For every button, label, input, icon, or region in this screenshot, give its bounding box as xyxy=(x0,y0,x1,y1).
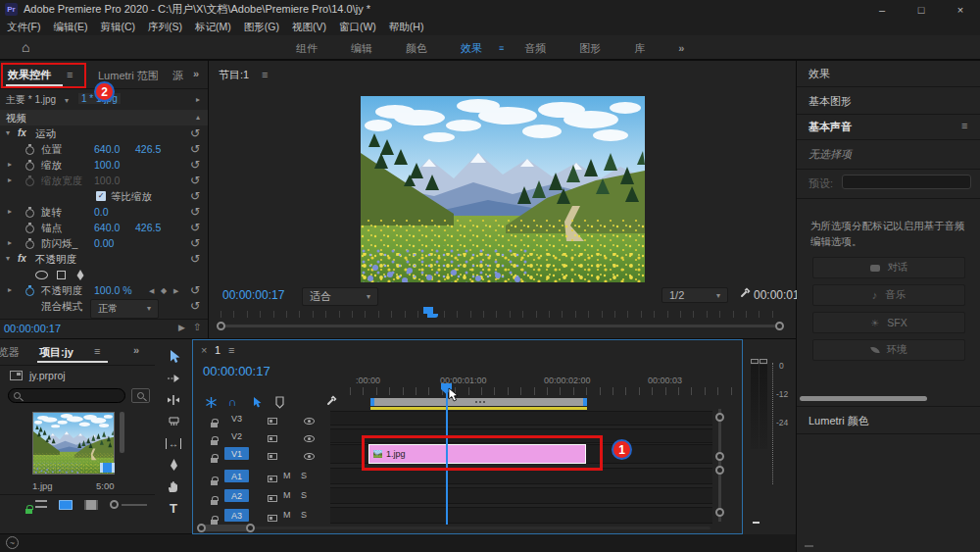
stopwatch-icon[interactable] xyxy=(25,209,34,218)
rotation-value[interactable]: 0.0 xyxy=(94,204,109,220)
track-label[interactable]: V3 xyxy=(224,412,249,425)
settings-wrench-icon[interactable] xyxy=(738,287,751,300)
panel-scrollbar[interactable] xyxy=(120,412,124,453)
row-fx-motion[interactable]: ▾ fx 运动 ↺ xyxy=(0,125,208,141)
track-label[interactable]: A1 xyxy=(224,470,249,482)
workspace-tab-effects[interactable]: 效果 xyxy=(444,41,499,56)
nest-snap-icon[interactable] xyxy=(205,396,218,409)
horizontal-scrollbar-thumb[interactable] xyxy=(201,525,250,531)
add-keyframe-icon[interactable]: ◆ xyxy=(161,283,167,299)
tab-essential-sound[interactable]: 基本声音 xyxy=(808,120,852,134)
reset-icon[interactable]: ↺ xyxy=(190,220,200,235)
row-rotation[interactable]: ▸ 旋转 0.0 ↺ xyxy=(0,204,208,220)
work-area-bar[interactable] xyxy=(370,398,587,406)
program-timecode[interactable]: 00:00:00:17 xyxy=(222,288,284,302)
panel-menu-icon[interactable]: ≡ xyxy=(94,345,100,357)
workspace-overflow-icon[interactable]: » xyxy=(662,42,701,54)
zoom-slider-knob[interactable] xyxy=(110,500,119,509)
track-select-forward-tool[interactable] xyxy=(166,371,181,386)
workspace-tab-editing[interactable]: 编辑 xyxy=(334,41,389,56)
workspace-tab-assembly[interactable]: 组件 xyxy=(279,41,334,56)
panel-menu-icon[interactable]: ≡ xyxy=(228,344,234,356)
razor-tool[interactable] xyxy=(166,414,181,429)
workspace-tab-menu-icon[interactable]: ≡ xyxy=(499,43,508,53)
track-visibility-icon[interactable] xyxy=(304,418,315,425)
twirl-closed-icon[interactable]: ▸ xyxy=(8,282,12,298)
position-x-value[interactable]: 640.0 xyxy=(94,141,120,157)
row-blend-mode[interactable]: 混合模式 正常 ▾ ↺ xyxy=(0,298,208,314)
workspace-tab-libraries[interactable]: 库 xyxy=(617,41,662,56)
timeline-ruler[interactable] xyxy=(350,387,738,395)
list-view-icon[interactable] xyxy=(35,500,47,510)
preset-input[interactable] xyxy=(842,175,971,189)
next-keyframe-icon[interactable]: ▶ xyxy=(173,283,178,299)
stopwatch-icon-active[interactable] xyxy=(25,287,34,296)
track-lane[interactable] xyxy=(330,411,712,426)
mute-button[interactable]: M xyxy=(283,487,291,503)
search-input[interactable] xyxy=(8,388,125,403)
menu-file[interactable]: 文件(F) xyxy=(7,21,40,34)
track-height-handle[interactable] xyxy=(715,413,724,422)
item-name[interactable]: 1.jpg xyxy=(32,480,53,491)
source-patch-icon[interactable] xyxy=(268,495,277,502)
reset-icon[interactable]: ↺ xyxy=(190,251,200,267)
track-label[interactable]: V2 xyxy=(224,429,249,442)
reset-icon[interactable]: ↺ xyxy=(190,188,200,204)
twirl-open-icon[interactable]: ▾ xyxy=(6,125,10,141)
blend-mode-dropdown[interactable]: 正常 ▾ xyxy=(90,299,159,319)
position-y-value[interactable]: 426.5 xyxy=(135,141,161,157)
tab-source[interactable]: 源 xyxy=(172,69,183,83)
source-patch-icon[interactable] xyxy=(268,453,277,460)
reset-icon[interactable]: ↺ xyxy=(190,125,200,141)
reset-icon[interactable]: ↺ xyxy=(190,173,200,188)
lock-icon[interactable] xyxy=(211,423,218,427)
tab-effects[interactable]: 效果 xyxy=(808,67,830,81)
master-clip-label[interactable]: 主要 * 1.jpg xyxy=(6,93,56,107)
icon-view-icon[interactable] xyxy=(59,500,73,510)
solo-button[interactable]: S xyxy=(301,507,307,523)
twirl-closed-icon[interactable]: ▸ xyxy=(8,235,12,251)
type-tool[interactable]: T xyxy=(166,500,181,516)
stopwatch-icon[interactable] xyxy=(25,225,34,233)
linked-selection-icon[interactable] xyxy=(252,396,263,409)
tag-music-button[interactable]: ♪ 音乐 xyxy=(812,284,965,306)
opacity-value[interactable]: 100.0 % xyxy=(94,282,132,298)
panel-overflow-icon[interactable]: » xyxy=(193,68,199,79)
hand-tool[interactable] xyxy=(166,478,181,494)
pen-mask-icon[interactable] xyxy=(74,269,86,281)
twirl-closed-icon[interactable]: ▸ xyxy=(8,204,12,220)
tab-media-browser-clipped[interactable]: 览器 xyxy=(0,345,20,360)
zoom-level-dropdown[interactable]: 适合 ▾ xyxy=(302,287,378,306)
row-anchor[interactable]: 锚点 640.0 426.5 ↺ xyxy=(0,220,208,235)
workspace-tab-graphics[interactable]: 图形 xyxy=(563,41,617,56)
restore-button[interactable]: □ xyxy=(902,0,941,19)
row-fx-opacity[interactable]: ▾ fx 不透明度 ↺ xyxy=(0,251,208,267)
tag-sfx-button[interactable]: ☀ SFX xyxy=(812,312,965,333)
track-label[interactable]: A3 xyxy=(224,509,249,522)
mute-button[interactable]: M xyxy=(283,507,291,523)
anchor-y-value[interactable]: 426.5 xyxy=(135,220,161,235)
sequence-tab[interactable]: 1 xyxy=(215,344,220,356)
source-patch-icon[interactable] xyxy=(268,476,277,482)
reset-icon[interactable]: ↺ xyxy=(190,141,200,157)
monitor-scrollbar[interactable] xyxy=(224,325,782,327)
row-opacity[interactable]: ▸ 不透明度 100.0 % ◀ ◆ ▶ ↺ xyxy=(0,282,208,298)
scrollbar-right-handle[interactable] xyxy=(246,524,255,532)
chevron-down-icon[interactable]: ▾ xyxy=(65,96,69,105)
solo-button[interactable]: S xyxy=(301,487,307,503)
menu-sequence[interactable]: 序列(S) xyxy=(148,21,182,34)
menu-markers[interactable]: 标记(M) xyxy=(195,21,231,34)
panel-timecode[interactable]: 00:00:00:17 xyxy=(4,323,61,334)
reset-icon[interactable]: ↺ xyxy=(190,235,200,251)
lock-icon[interactable] xyxy=(211,480,218,485)
menu-help[interactable]: 帮助(H) xyxy=(389,21,424,34)
workspace-tab-color[interactable]: 颜色 xyxy=(389,41,444,56)
scrollbar-left-handle[interactable] xyxy=(197,524,206,532)
snap-magnet-icon[interactable]: ∩ xyxy=(228,395,237,409)
freeform-view-icon[interactable] xyxy=(84,500,98,510)
row-scale[interactable]: ▸ 缩放 100.0 ↺ xyxy=(0,157,208,173)
tab-project[interactable]: 项目:jy xyxy=(39,345,74,360)
workspace-tab-audio[interactable]: 音频 xyxy=(508,41,563,56)
track-height-handle[interactable] xyxy=(715,466,724,475)
source-patch-icon[interactable] xyxy=(268,435,277,442)
